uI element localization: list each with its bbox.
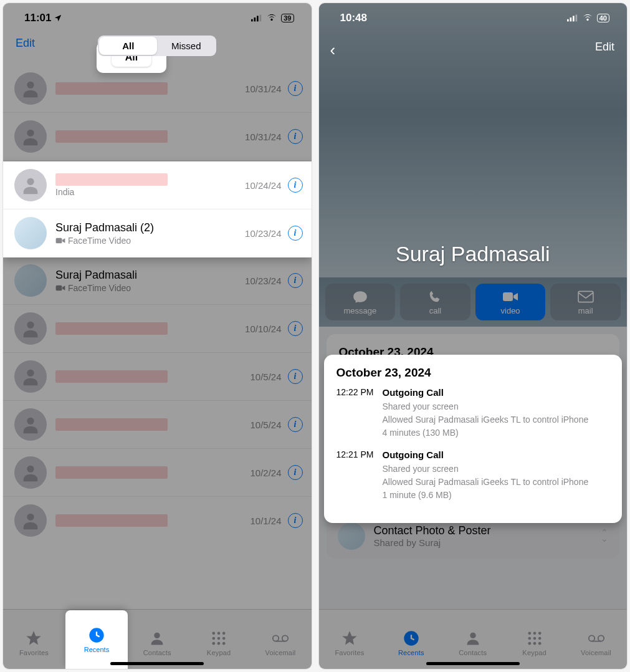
back-button[interactable]: ‹ bbox=[330, 41, 336, 60]
svg-point-19 bbox=[212, 637, 216, 640]
chevron-updown-icon: ⌃⌄ bbox=[601, 530, 608, 542]
video-button[interactable]: video bbox=[475, 284, 546, 320]
message-button[interactable]: message bbox=[325, 284, 396, 320]
info-icon[interactable]: i bbox=[288, 417, 303, 432]
poster-sub: Shared by Suraj bbox=[374, 537, 593, 548]
call-sub: FaceTime Video bbox=[55, 236, 245, 246]
info-icon[interactable]: i bbox=[288, 273, 303, 288]
call-date: 10/24/24 bbox=[245, 180, 287, 191]
info-icon[interactable]: i bbox=[288, 321, 303, 336]
recents-list[interactable]: 10/31/24 i 10/31/24 i India 10/24/24 i S… bbox=[3, 65, 312, 609]
log-card-highlight: October 23, 2024 12:22 PM Outgoing Call … bbox=[324, 355, 623, 523]
voicemail-icon bbox=[588, 630, 605, 647]
status-time: 10:48 bbox=[340, 12, 367, 24]
info-icon[interactable]: i bbox=[288, 81, 303, 96]
call-date: 10/5/24 bbox=[250, 420, 287, 430]
tab-voicemail[interactable]: Voicemail bbox=[259, 630, 302, 656]
svg-rect-34 bbox=[575, 15, 577, 22]
call-row[interactable]: Suraj Padmasali (2)FaceTime Video 10/23/… bbox=[3, 209, 312, 257]
call-date: 10/31/24 bbox=[245, 84, 287, 94]
svg-rect-3 bbox=[260, 15, 262, 22]
redacted-name bbox=[55, 418, 168, 431]
svg-point-20 bbox=[217, 637, 221, 640]
svg-rect-0 bbox=[251, 19, 253, 22]
svg-point-45 bbox=[528, 642, 531, 645]
filter-missed[interactable]: Missed bbox=[157, 37, 215, 55]
status-time: 11:01 bbox=[24, 12, 51, 24]
tab-contacts[interactable]: Contacts bbox=[451, 630, 495, 656]
avatar bbox=[14, 408, 47, 441]
call-row[interactable]: 10/31/24 i bbox=[3, 113, 312, 161]
clock-icon bbox=[403, 630, 420, 647]
call-date: 10/5/24 bbox=[250, 372, 287, 382]
call-date: 10/2/24 bbox=[250, 468, 287, 478]
svg-point-23 bbox=[217, 642, 221, 645]
avatar bbox=[14, 312, 47, 345]
tab-keypad[interactable]: Keypad bbox=[513, 630, 556, 656]
wifi-icon bbox=[266, 14, 277, 22]
tab-bar: Favorites Recents Contacts Keypad Voicem… bbox=[3, 609, 312, 669]
info-icon[interactable]: i bbox=[288, 465, 303, 480]
star-icon bbox=[25, 630, 42, 647]
avatar bbox=[14, 264, 47, 297]
filter-all[interactable]: All bbox=[99, 37, 157, 55]
tab-contacts[interactable]: Contacts bbox=[135, 630, 179, 656]
edit-button[interactable]: Edit bbox=[595, 41, 614, 54]
video-icon bbox=[502, 290, 518, 304]
call-row[interactable]: 10/1/24 i bbox=[3, 497, 312, 544]
svg-point-18 bbox=[222, 632, 226, 635]
info-icon[interactable]: i bbox=[288, 226, 303, 241]
clock-icon bbox=[88, 626, 105, 644]
svg-point-4 bbox=[27, 82, 34, 89]
call-button[interactable]: call bbox=[400, 284, 470, 320]
mail-icon bbox=[578, 290, 594, 304]
call-row[interactable]: 10/5/24 i bbox=[3, 401, 312, 449]
call-row[interactable]: 10/5/24 i bbox=[3, 353, 312, 401]
call-row[interactable]: Suraj PadmasaliFaceTime Video 10/23/24 i bbox=[3, 257, 312, 305]
mini-avatar bbox=[338, 522, 365, 550]
voicemail-icon bbox=[272, 630, 289, 647]
tab-recents[interactable]: Recents bbox=[389, 630, 433, 656]
mail-button[interactable]: mail bbox=[550, 284, 621, 320]
svg-rect-29 bbox=[56, 238, 62, 243]
tab-keypad[interactable]: Keypad bbox=[197, 630, 241, 656]
svg-point-11 bbox=[27, 418, 34, 425]
call-date: 10/1/24 bbox=[250, 516, 287, 526]
tab-favorites[interactable]: Favorites bbox=[12, 630, 55, 656]
svg-rect-36 bbox=[578, 291, 593, 302]
star-icon bbox=[341, 630, 358, 647]
keypad-icon bbox=[526, 630, 543, 647]
contact-name: Suraj Padmasali bbox=[55, 269, 137, 281]
svg-rect-32 bbox=[570, 17, 571, 21]
call-date: 10/31/24 bbox=[245, 132, 287, 142]
tab-voicemail[interactable]: Voicemail bbox=[575, 630, 618, 656]
svg-point-42 bbox=[528, 637, 531, 640]
log-time: 12:21 PM bbox=[336, 449, 376, 502]
info-icon[interactable]: i bbox=[288, 513, 303, 528]
svg-point-12 bbox=[27, 466, 34, 473]
home-indicator[interactable] bbox=[426, 662, 520, 665]
log-title: Outgoing Call bbox=[383, 387, 610, 398]
svg-point-5 bbox=[27, 130, 34, 137]
video-icon bbox=[55, 237, 65, 244]
info-icon[interactable]: i bbox=[288, 178, 303, 193]
call-row[interactable]: India 10/24/24 i bbox=[3, 161, 312, 209]
info-icon[interactable]: i bbox=[288, 129, 303, 144]
location-arrow-icon bbox=[54, 14, 62, 22]
info-icon[interactable]: i bbox=[288, 369, 303, 384]
edit-button[interactable]: Edit bbox=[16, 37, 35, 50]
filter-segmented[interactable]: All Missed bbox=[98, 36, 216, 56]
log-detail: Shared your screenAllowed Suraj Padmasal… bbox=[383, 463, 610, 502]
log-title: Outgoing Call bbox=[383, 449, 610, 460]
message-icon bbox=[352, 290, 368, 304]
call-row[interactable]: 10/10/24 i bbox=[3, 305, 312, 353]
tab-bar: Favorites Recents Contacts Keypad Voicem… bbox=[319, 609, 628, 669]
tab-favorites[interactable]: Favorites bbox=[328, 630, 371, 656]
log-row: 12:22 PM Outgoing Call Shared your scree… bbox=[336, 387, 610, 439]
redacted-name bbox=[55, 466, 168, 479]
phone-icon bbox=[427, 290, 443, 304]
home-indicator[interactable] bbox=[110, 662, 204, 665]
svg-point-44 bbox=[538, 637, 541, 640]
avatar bbox=[14, 120, 47, 153]
call-row[interactable]: 10/2/24 i bbox=[3, 449, 312, 497]
